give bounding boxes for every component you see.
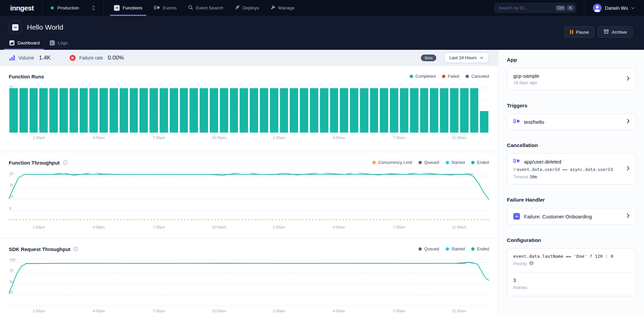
chart-header: Function Runs CompletedFailedCanceled [9, 73, 489, 80]
bar [70, 88, 78, 133]
volume-stat: Volume 1.4K [9, 55, 51, 61]
nav-tab-manage[interactable]: Manage [265, 0, 300, 16]
details-sidebar: App gcp-sample 18 days ago Triggers [498, 50, 644, 317]
x-tick-label: 7:30pm [129, 136, 189, 140]
events-icon [154, 5, 160, 11]
chevron-right-icon [623, 213, 630, 219]
function-ref-icon: <> [513, 213, 520, 220]
user-menu[interactable]: Darwin Wu [584, 4, 635, 12]
kbd-ctrl: Ctrl [556, 5, 565, 11]
pause-button[interactable]: Pause [564, 26, 595, 38]
bar [380, 88, 388, 133]
x-tick-label: 1:30am [249, 136, 309, 140]
dashboard-icon [9, 40, 14, 45]
chart-legend: QueuedStartedEnded [418, 247, 489, 251]
bar [160, 88, 168, 133]
cancellation-card[interactable]: app/user.deleted If event.data.userId ==… [507, 153, 636, 184]
function-icon: <> [9, 21, 22, 34]
failure-handler-section: Failure Handler <> Failure: Customer Onb… [507, 197, 636, 225]
bar [370, 88, 378, 133]
function-runs-plot: 3224168 [9, 87, 489, 133]
bar [89, 88, 98, 133]
legend-item[interactable]: Failed [442, 74, 459, 79]
legend-item[interactable]: Concurrency Limit [372, 160, 412, 165]
kbd-k: K [567, 5, 573, 11]
time-range-dropdown[interactable]: Last 24 Hours [444, 52, 488, 63]
x-tick-label: 1:00pm [9, 309, 69, 313]
trigger-name: test/hello [524, 119, 544, 125]
user-name: Darwin Wu [605, 5, 628, 11]
bar [400, 88, 408, 133]
x-tick-label: 4:30am [309, 136, 369, 140]
tab-label: Dashboard [17, 40, 40, 45]
environment-selector[interactable]: Production [43, 0, 103, 16]
legend-item[interactable]: Started [446, 247, 465, 251]
bar [360, 88, 368, 133]
tab-label: Logs [58, 40, 68, 45]
environment-status-dot [51, 6, 54, 9]
legend-item[interactable]: Ended [471, 247, 489, 251]
nav-tab-events[interactable]: Events [148, 0, 183, 16]
priority-label-row: Priority [513, 261, 630, 267]
failure-handler-card[interactable]: <> Failure: Customer Onboarding [507, 208, 636, 225]
legend-item[interactable]: Queued [418, 160, 439, 165]
bar [260, 88, 268, 133]
legend-label: Concurrency Limit [378, 160, 412, 165]
legend-item[interactable]: Queued [418, 247, 439, 251]
avatar [593, 4, 602, 12]
pause-icon [570, 30, 573, 34]
section-heading: Failure Handler [507, 197, 636, 203]
legend-dot [466, 75, 469, 78]
cancellation-event-name: app/user.deleted [524, 159, 561, 165]
archive-button[interactable]: Archive [598, 26, 633, 38]
chevron-right-icon [623, 166, 630, 172]
tab-logs[interactable]: Logs [49, 37, 68, 50]
x-axis-labels: 1:30pm4:30pm7:30pm10:30pm1:30am4:30am7:3… [9, 133, 489, 143]
bar [30, 88, 38, 133]
search-input[interactable]: Search by ID... Ctrl K [494, 3, 576, 13]
x-tick-label: 7:00am [369, 225, 429, 229]
legend-label: Started [451, 160, 465, 165]
trigger-card[interactable]: test/hello [507, 114, 636, 130]
retries-row: 3 Retries [507, 272, 636, 296]
function-throughput-chart-card: Function Throughput Concurrency LimitQue… [0, 152, 498, 239]
app-card-body: gcp-sample 18 days ago [513, 73, 539, 85]
x-tick-label: 4:00pm [69, 309, 129, 313]
cancellation-card-body: app/user.deleted If event.data.userId ==… [513, 158, 613, 179]
page: inngest Production <> Functions Events [0, 0, 644, 317]
bar [19, 88, 28, 133]
x-tick-label: 10:00pm [189, 309, 249, 313]
legend-item[interactable]: Started [446, 160, 465, 165]
app-card[interactable]: gcp-sample 18 days ago [507, 68, 636, 90]
bar [420, 88, 429, 133]
legend-item[interactable]: Ended [471, 160, 489, 165]
x-tick-label: 11:30am [429, 309, 489, 313]
bar [340, 88, 348, 133]
legend-label: Ended [477, 247, 489, 251]
nav-tab-deploys[interactable]: Deploys [229, 0, 265, 16]
info-filled-icon[interactable] [529, 261, 534, 267]
bar [9, 88, 18, 133]
archive-icon [604, 29, 609, 35]
app-name: gcp-sample [513, 73, 539, 79]
tab-dashboard[interactable]: Dashboard [9, 37, 40, 50]
bar [310, 88, 318, 133]
sdk-request-throughput-plot: 100755025 [9, 259, 489, 306]
environment-label: Production [57, 5, 79, 10]
nav-tab-event-search[interactable]: Event Search [183, 0, 229, 16]
nav-tab-label: Functions [123, 5, 143, 10]
x-tick-label: 1:00am [249, 225, 309, 229]
bar [390, 88, 398, 133]
header-actions: Pause Archive [564, 26, 633, 38]
info-icon[interactable] [73, 247, 78, 251]
nav-tab-label: Deploys [243, 5, 259, 10]
legend-item[interactable]: Canceled [466, 74, 489, 79]
x-tick-label: 7:00pm [129, 309, 189, 313]
configuration-section: Configuration event.data.lastName == 'Do… [507, 237, 636, 296]
legend-item[interactable]: Completed [410, 74, 436, 79]
timeout-label: Timeout [513, 175, 528, 179]
chart-title: Function Throughput [9, 160, 60, 166]
x-tick-label: 4:00am [309, 225, 369, 229]
nav-tab-functions[interactable]: <> Functions [108, 0, 148, 16]
info-icon[interactable] [63, 160, 68, 165]
